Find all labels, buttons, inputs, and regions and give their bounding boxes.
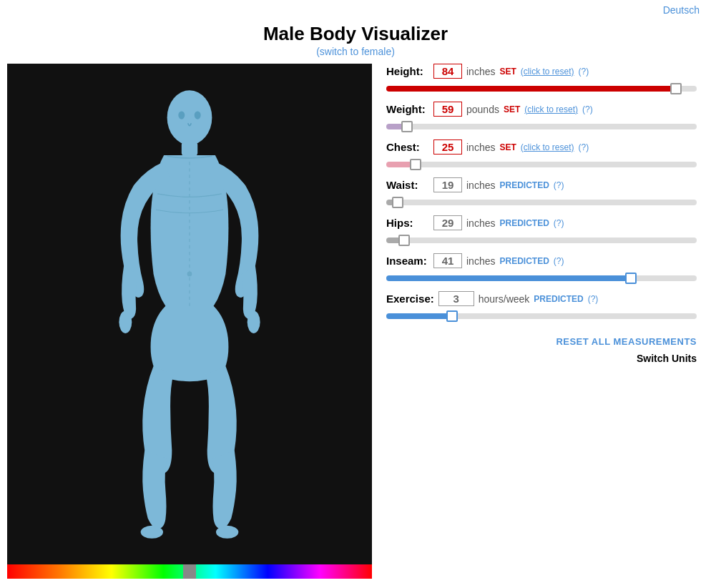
weight-row: Weight: pounds SET (click to reset) (?) [386, 102, 697, 132]
weight-reset-link[interactable]: (click to reset) [524, 104, 578, 114]
height-row: Height: inches SET (click to reset) (?) [386, 64, 697, 94]
viewer-panel [7, 64, 372, 579]
inseam-slider[interactable] [386, 275, 697, 281]
reset-all-button[interactable]: RESET ALL MEASUREMENTS [556, 336, 697, 347]
waist-input[interactable] [433, 177, 462, 192]
weight-help-link[interactable]: (?) [582, 104, 593, 114]
svg-point-6 [178, 111, 185, 119]
svg-point-4 [141, 526, 163, 539]
svg-point-0 [167, 90, 212, 144]
switch-units-button[interactable]: Switch Units [637, 353, 697, 364]
inseam-label: Inseam: [386, 255, 429, 267]
hips-label: Hips: [386, 217, 429, 229]
height-slider[interactable] [386, 86, 697, 92]
exercise-label-row: Exercise: hours/week PREDICTED (?) [386, 291, 697, 306]
hips-slider[interactable] [386, 237, 697, 243]
chest-label-row: Chest: inches SET (click to reset) (?) [386, 139, 697, 155]
inseam-help-link[interactable]: (?) [554, 256, 564, 266]
switch-gender-link[interactable]: (switch to female) [316, 46, 395, 57]
waist-slider[interactable] [386, 200, 697, 205]
chest-status: SET [499, 142, 516, 152]
body-figure [82, 82, 297, 547]
weight-input[interactable] [433, 102, 462, 117]
hips-help-link[interactable]: (?) [554, 218, 564, 228]
language-link[interactable]: Deutsch [663, 4, 700, 16]
weight-unit: pounds [466, 104, 499, 115]
waist-row: Waist: inches PREDICTED (?) [386, 177, 697, 208]
height-label: Height: [386, 65, 429, 77]
weight-label-row: Weight: pounds SET (click to reset) (?) [386, 102, 697, 117]
hips-slider-wrapper [386, 233, 697, 246]
exercise-help-link[interactable]: (?) [588, 294, 599, 304]
chest-label: Chest: [386, 141, 429, 153]
height-slider-wrapper [386, 82, 697, 94]
waist-label: Waist: [386, 179, 429, 191]
inseam-unit: inches [466, 255, 495, 267]
hips-input[interactable] [433, 215, 462, 230]
chest-slider-wrapper [386, 157, 697, 170]
exercise-slider-wrapper [386, 309, 697, 322]
header: Male Body Visualizer (switch to female) [0, 17, 711, 61]
controls-panel: Height: inches SET (click to reset) (?) … [372, 64, 704, 579]
weight-slider[interactable] [386, 124, 697, 129]
hips-row: Hips: inches PREDICTED (?) [386, 215, 697, 246]
height-input[interactable] [433, 64, 462, 79]
waist-help-link[interactable]: (?) [554, 180, 564, 190]
svg-point-5 [216, 526, 238, 539]
inseam-input[interactable] [433, 253, 462, 268]
waist-unit: inches [466, 180, 495, 191]
chest-reset-link[interactable]: (click to reset) [521, 142, 574, 152]
svg-rect-1 [182, 142, 197, 156]
weight-status: SET [504, 104, 520, 114]
svg-point-7 [195, 111, 201, 119]
page-title: Male Body Visualizer [0, 23, 711, 45]
height-reset-link[interactable]: (click to reset) [521, 67, 574, 77]
hips-unit: inches [466, 217, 495, 229]
exercise-input[interactable] [438, 291, 474, 306]
main-content: Height: inches SET (click to reset) (?) … [0, 61, 711, 582]
color-bar-thumb[interactable] [183, 564, 196, 579]
height-status: SET [499, 67, 516, 77]
bottom-actions: RESET ALL MEASUREMENTS Switch Units [386, 336, 697, 364]
exercise-row: Exercise: hours/week PREDICTED (?) [386, 291, 697, 322]
height-unit: inches [466, 66, 495, 77]
waist-label-row: Waist: inches PREDICTED (?) [386, 177, 697, 192]
inseam-status: PREDICTED [499, 256, 549, 266]
exercise-status: PREDICTED [534, 294, 583, 304]
svg-point-3 [247, 311, 260, 333]
color-gradient-bar[interactable] [7, 564, 372, 579]
exercise-unit: hours/week [479, 293, 530, 305]
chest-unit: inches [466, 142, 495, 153]
exercise-slider[interactable] [386, 313, 697, 319]
chest-help-link[interactable]: (?) [579, 142, 589, 152]
body-viewer[interactable] [7, 64, 372, 564]
exercise-label: Exercise: [386, 293, 434, 305]
weight-label: Weight: [386, 103, 429, 115]
inseam-label-row: Inseam: inches PREDICTED (?) [386, 253, 697, 268]
svg-point-2 [119, 311, 132, 333]
top-bar: Deutsch [0, 0, 711, 17]
weight-slider-wrapper [386, 119, 697, 132]
chest-slider[interactable] [386, 162, 697, 167]
inseam-slider-wrapper [386, 271, 697, 284]
hips-status: PREDICTED [499, 218, 549, 228]
height-label-row: Height: inches SET (click to reset) (?) [386, 64, 697, 79]
hips-label-row: Hips: inches PREDICTED (?) [386, 215, 697, 230]
chest-input[interactable] [433, 139, 462, 155]
waist-status: PREDICTED [499, 180, 549, 190]
height-help-link[interactable]: (?) [579, 67, 589, 77]
inseam-row: Inseam: inches PREDICTED (?) [386, 253, 697, 284]
waist-slider-wrapper [386, 195, 697, 208]
chest-row: Chest: inches SET (click to reset) (?) [386, 139, 697, 170]
